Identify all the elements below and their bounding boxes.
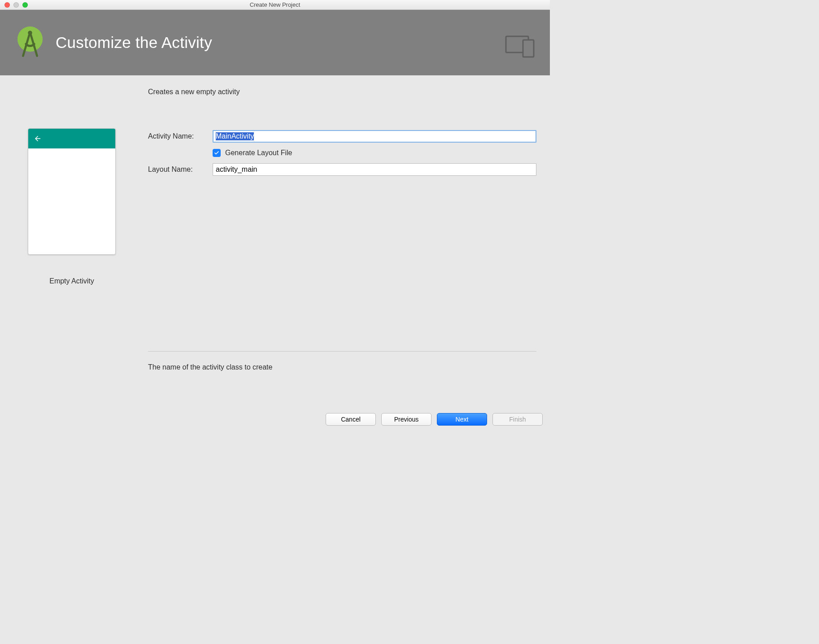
svg-point-0 [17,26,43,52]
template-preview-device [28,128,116,255]
generate-layout-label: Generate Layout File [225,149,292,157]
template-preview: Empty Activity [13,88,130,405]
activity-name-row: Activity Name: [148,130,536,143]
window-titlebar: Create New Project [0,0,550,10]
close-window-button[interactable] [4,2,10,8]
svg-rect-3 [523,40,534,57]
activity-name-label: Activity Name: [148,132,213,140]
svg-point-1 [28,30,32,35]
check-icon [214,150,219,156]
template-preview-caption: Empty Activity [49,277,94,285]
zoom-window-button[interactable] [22,2,28,8]
layout-name-input[interactable] [213,163,536,176]
cancel-button[interactable]: Cancel [326,413,376,426]
next-button[interactable]: Next [437,413,487,426]
generate-layout-checkbox[interactable] [213,149,221,157]
wizard-footer: Cancel Previous Next Finish [326,413,543,426]
help-text-area: The name of the activity class to create [148,351,536,405]
window-controls [0,2,28,8]
wizard-heading: Customize the Activity [56,34,212,52]
activity-form: Creates a new empty activity Activity Na… [148,88,536,405]
layout-name-row: Layout Name: [148,163,536,176]
devices-icon [505,35,537,60]
previous-button[interactable]: Previous [381,413,431,426]
wizard-banner: Customize the Activity [0,10,550,75]
wizard-content: Empty Activity Creates a new empty activ… [0,75,550,405]
window-title: Create New Project [0,1,550,8]
generate-layout-row: Generate Layout File [148,149,536,157]
finish-button: Finish [492,413,543,426]
back-arrow-icon [34,135,42,143]
help-text: The name of the activity class to create [148,363,272,371]
android-studio-logo-icon [13,25,48,60]
form-description: Creates a new empty activity [148,88,240,96]
activity-name-input[interactable] [213,130,536,143]
minimize-window-button[interactable] [13,2,19,8]
layout-name-label: Layout Name: [148,165,213,174]
preview-appbar [28,129,115,148]
